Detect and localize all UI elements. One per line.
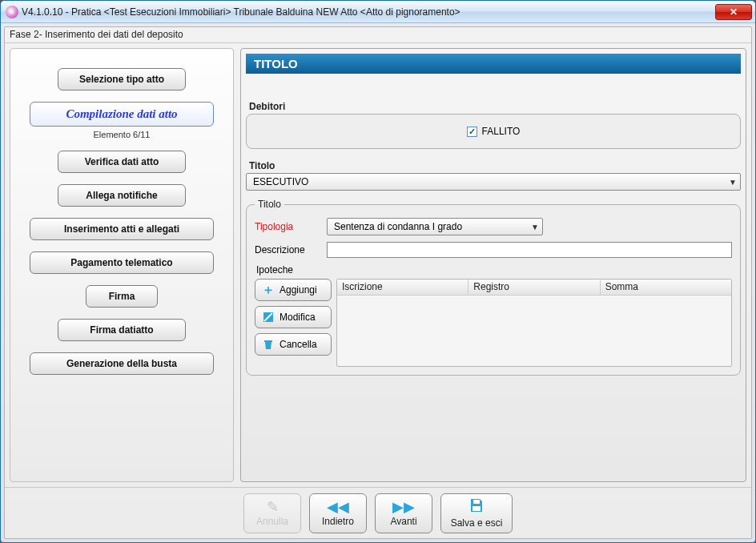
ipoteche-col-registro[interactable]: Registro <box>468 280 600 295</box>
ipoteche-label: Ipoteche <box>256 264 730 276</box>
descrizione-label: Descrizione <box>255 244 319 255</box>
titolo-group-legend: Titolo <box>255 199 284 210</box>
step-compilazione-dati-atto[interactable]: Compilazione dati atto <box>30 102 214 127</box>
step-firma[interactable]: Firma <box>86 285 158 308</box>
inner-panel: Fase 2- Inserimento dei dati del deposit… <box>4 26 752 539</box>
ipoteche-edit-label: Modifica <box>279 312 316 323</box>
salva-label: Salva e esci <box>451 517 503 529</box>
step-verifica-dati-atto[interactable]: Verifica dati atto <box>58 151 186 173</box>
titolo-group: Titolo Tipologia Sentenza di condanna I … <box>246 199 741 376</box>
ipoteche-section: Ipoteche ＋ Aggiungi <box>255 264 732 367</box>
ipoteche-table-header: Iscrizione Registro Somma <box>337 280 731 296</box>
chevron-down-icon: ▼ <box>531 223 539 231</box>
step-inserimento-atti-allegati[interactable]: Inserimento atti e allegati <box>30 218 214 240</box>
close-icon: ✕ <box>730 6 738 18</box>
titlebar: » V4.1.0.10 - Pratica <Test Esecuzioni I… <box>1 1 755 23</box>
tipologia-select-value: Sentenza di condanna I grado <box>334 221 462 232</box>
svg-rect-3 <box>473 500 480 504</box>
ipoteche-add-button[interactable]: ＋ Aggiungi <box>255 279 332 301</box>
app-window: » V4.1.0.10 - Pratica <Test Esecuzioni I… <box>0 0 756 543</box>
avanti-label: Avanti <box>390 516 416 527</box>
step-progress: Elemento 6/11 <box>94 130 151 139</box>
trash-icon <box>262 338 275 351</box>
indietro-label: Indietro <box>322 516 354 527</box>
annulla-button: ✎ Annulla <box>243 493 301 533</box>
chevron-down-icon: ▼ <box>729 178 737 187</box>
titolo-label: Titolo <box>249 160 738 171</box>
plus-icon: ＋ <box>262 284 275 296</box>
debitori-label: Debitori <box>249 101 738 112</box>
section-header: TITOLO <box>246 54 741 74</box>
fallito-label: FALLITO <box>482 126 521 137</box>
descrizione-input[interactable] <box>327 242 732 258</box>
tipologia-label: Tipologia <box>255 221 319 232</box>
step-generazione-busta[interactable]: Generazione della busta <box>30 352 214 375</box>
step-allega-notifiche[interactable]: Allega notifiche <box>58 184 186 207</box>
ipoteche-delete-button[interactable]: Cancella <box>255 333 332 356</box>
svg-rect-4 <box>472 506 481 511</box>
ipoteche-edit-button[interactable]: Modifica <box>255 306 332 328</box>
step-selezione-tipo-atto[interactable]: Selezione tipo atto <box>58 68 186 90</box>
ipoteche-col-somma[interactable]: Somma <box>601 280 731 295</box>
pencil-icon: ✎ <box>267 500 279 514</box>
salva-esci-button[interactable]: Salva e esci <box>440 493 513 533</box>
save-icon <box>468 497 485 516</box>
rewind-icon: ◀◀ <box>327 500 349 514</box>
ipoteche-add-label: Aggiungi <box>279 284 317 296</box>
debitori-group: ✓ FALLITO <box>246 114 741 149</box>
step-firma-datiatto[interactable]: Firma datiatto <box>58 319 186 341</box>
phase-label: Fase 2- Inserimento dei dati del deposit… <box>5 27 751 43</box>
svg-rect-2 <box>264 340 272 342</box>
ipoteche-table[interactable]: Iscrizione Registro Somma <box>336 279 732 367</box>
annulla-label: Annulla <box>256 516 288 527</box>
app-icon: » <box>6 6 18 18</box>
close-button[interactable]: ✕ <box>715 4 752 20</box>
window-title: V4.1.0.10 - Pratica <Test Esecuzioni Imm… <box>22 6 715 18</box>
step-pagamento-telematico[interactable]: Pagamento telematico <box>30 251 214 274</box>
sidebar: Selezione tipo atto Compilazione dati at… <box>10 48 234 482</box>
indietro-button[interactable]: ◀◀ Indietro <box>309 493 367 533</box>
main-panel: TITOLO Debitori ✓ FALLITO Titolo ESECUTI… <box>240 48 746 482</box>
edit-icon <box>262 311 275 324</box>
tipologia-select[interactable]: Sentenza di condanna I grado ▼ <box>327 218 543 235</box>
titolo-select-value: ESECUTIVO <box>253 176 308 187</box>
content: Selezione tipo atto Compilazione dati at… <box>5 43 751 487</box>
footer: ✎ Annulla ◀◀ Indietro ▶▶ Avanti Salva e … <box>5 487 751 538</box>
fallito-checkbox[interactable]: ✓ <box>467 127 477 137</box>
ipoteche-col-iscrizione[interactable]: Iscrizione <box>337 280 468 295</box>
forward-icon: ▶▶ <box>392 500 415 514</box>
ipoteche-delete-label: Cancella <box>279 339 317 350</box>
avanti-button[interactable]: ▶▶ Avanti <box>375 493 432 533</box>
titolo-select[interactable]: ESECUTIVO ▼ <box>246 173 741 191</box>
